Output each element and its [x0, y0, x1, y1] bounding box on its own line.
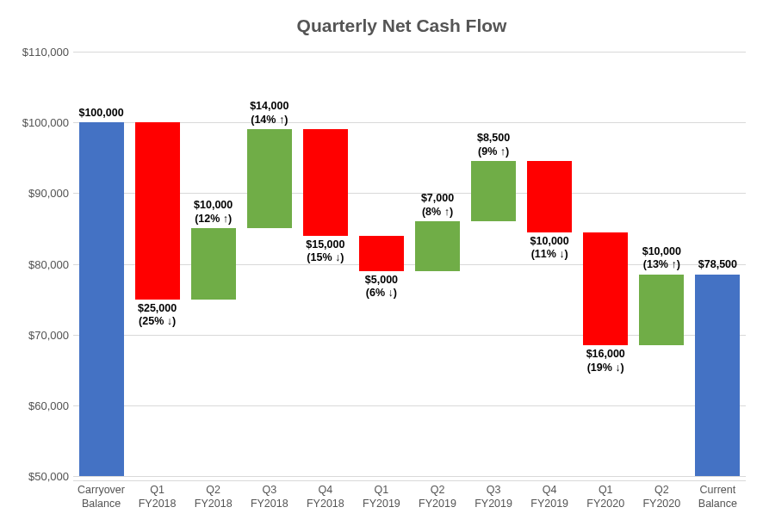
- bar-slot: $8,500(9% ↑): [466, 52, 522, 476]
- y-tick: $50,000: [17, 470, 69, 483]
- y-tick: $110,000: [17, 46, 69, 59]
- increase-bar: [471, 161, 516, 221]
- decrease-bar: [303, 129, 348, 235]
- increase-bar: [415, 221, 460, 271]
- decrease-bar: [527, 161, 572, 232]
- data-label: $78,500: [679, 258, 757, 272]
- y-tick: $90,000: [17, 187, 69, 200]
- increase-bar: [247, 129, 292, 228]
- x-tick: Q4FY2019: [522, 480, 578, 532]
- x-tick: Q2FY2018: [185, 480, 241, 532]
- x-tick: Q2FY2020: [634, 480, 690, 532]
- x-tick: Q4FY2018: [297, 480, 353, 532]
- bar-slot: $7,000(8% ↑): [409, 52, 465, 476]
- grid-line: [73, 476, 746, 477]
- chart-title: Quarterly Net Cash Flow: [56, 15, 747, 36]
- bar-slot: $100,000: [73, 52, 129, 476]
- bars-group: $100,000$25,000(25% ↓)$10,000(12% ↑)$14,…: [73, 52, 746, 476]
- plot-area: $100,000$25,000(25% ↓)$10,000(12% ↑)$14,…: [73, 52, 746, 476]
- x-tick: Q3FY2019: [466, 480, 522, 532]
- increase-bar: [191, 228, 236, 299]
- y-tick: $70,000: [17, 328, 69, 341]
- increase-bar: [639, 275, 684, 345]
- bar-slot: $25,000(25% ↓): [129, 52, 185, 476]
- x-tick: Q1FY2018: [129, 480, 185, 532]
- decrease-bar: [135, 122, 180, 299]
- decrease-bar: [359, 236, 404, 271]
- bar-slot: $78,500: [690, 52, 746, 476]
- total-bar: [695, 275, 740, 476]
- decrease-bar: [583, 232, 628, 345]
- x-tick: Q1FY2020: [578, 480, 634, 532]
- waterfall-chart: Quarterly Net Cash Flow $50,000$60,000$7…: [0, 0, 763, 532]
- y-tick: $80,000: [17, 257, 69, 270]
- x-tick: Q1FY2019: [353, 480, 409, 532]
- bar-slot: $10,000(11% ↓): [522, 52, 578, 476]
- x-axis: CarryoverBalanceQ1FY2018Q2FY2018Q3FY2018…: [73, 480, 746, 532]
- x-tick: Q3FY2018: [241, 480, 297, 532]
- y-tick: $60,000: [17, 399, 69, 411]
- x-axis-line: [73, 480, 746, 481]
- x-tick: CarryoverBalance: [73, 480, 129, 532]
- x-tick: CurrentBalance: [690, 480, 746, 532]
- bar-slot: $15,000(15% ↓): [297, 52, 353, 476]
- total-bar: [79, 122, 124, 476]
- bar-slot: $5,000(6% ↓): [353, 52, 409, 476]
- x-tick: Q2FY2019: [409, 480, 465, 532]
